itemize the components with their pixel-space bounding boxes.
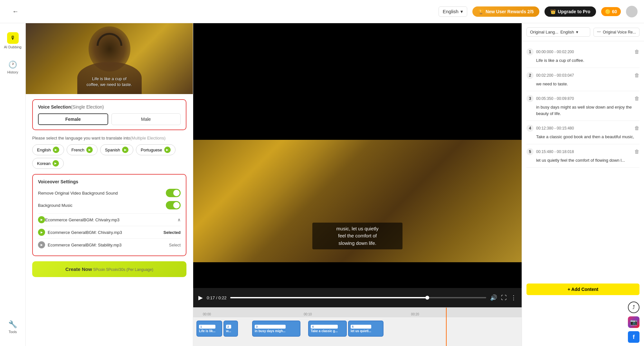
rewards-button[interactable]: 🏆 New User Rewards 2/5 — [472, 6, 539, 17]
caption-delete-5[interactable]: 🗑 — [634, 149, 639, 155]
ruler-mark-20: 00:20 — [411, 312, 419, 316]
clip-2[interactable]: 2 w... — [223, 321, 238, 337]
lang-korean-play[interactable]: ▶ — [52, 160, 59, 167]
history-icon: 🕐 — [8, 61, 17, 69]
clip-1[interactable]: 1 Life is lik... — [196, 321, 222, 337]
trophy-icon: 🏆 — [478, 9, 484, 14]
lang-spanish-play[interactable]: ▶ — [122, 147, 128, 153]
sidebar-item-tools[interactable]: 🔧 Tools — [6, 318, 20, 336]
caption-delete-2[interactable]: 🗑 — [634, 72, 639, 78]
bgm-header-name: Ecommerce GeneralBGM: Chivalry.mp3 — [45, 217, 177, 222]
sidebar-item-history[interactable]: 🕐 History — [5, 58, 21, 77]
bg-music-label: Background Music — [38, 203, 72, 208]
progress-dot — [425, 296, 429, 300]
lang-tag-korean[interactable]: Korean ▶ — [32, 158, 64, 169]
facebook-icon[interactable]: f — [628, 331, 639, 343]
avatar[interactable] — [626, 6, 638, 17]
waveform-icon: 〰 — [597, 30, 601, 34]
caption-item-3: 3 00:05:350 - 00:09:870 🗑 in busy days m… — [526, 91, 639, 121]
bg-music-row: Background Music — [38, 201, 181, 209]
time-display: 0:17 / 0:22 — [207, 295, 226, 300]
caption-time-5: 00:15:480 - 00:18:018 — [536, 149, 634, 154]
caption-delete-1[interactable]: 🗑 — [634, 49, 639, 55]
language-selector[interactable]: English ▾ — [439, 6, 467, 17]
play-button[interactable]: ▶ — [198, 294, 203, 301]
fullscreen-button[interactable]: ⛶ — [501, 294, 507, 301]
more-options-button[interactable]: ⋮ — [511, 294, 516, 301]
caption-delete-3[interactable]: 🗑 — [634, 96, 639, 101]
lang-tag-portuguese[interactable]: Portuguese ▶ — [136, 144, 175, 155]
back-button[interactable]: ← — [10, 6, 21, 17]
caption-header-5: 5 00:15:480 - 00:18:018 🗑 — [526, 148, 639, 155]
lang-tag-french[interactable]: French ▶ — [67, 144, 98, 155]
lang-tag-english[interactable]: English ▶ — [32, 144, 64, 155]
timeline-playhead[interactable] — [446, 308, 447, 346]
lang-portuguese-play[interactable]: ▶ — [164, 147, 171, 153]
bgm-chevron-icon[interactable]: ∧ — [177, 217, 181, 222]
track-clips: 1 Life is lik... 2 w... 3 in busy — [193, 317, 522, 340]
clip-4-text: Take a classic g... — [311, 329, 338, 333]
orig-lang-dropdown[interactable]: Original Lang... English ▾ — [526, 27, 590, 37]
progress-bar[interactable] — [230, 297, 486, 298]
caption-text-2: we need to taste. — [536, 81, 639, 87]
ai-dubbing-icon: 🎙 — [7, 32, 19, 44]
bgm-item-2-select[interactable]: Select — [169, 243, 181, 247]
clip-3[interactable]: 3 in busy days migh... — [252, 321, 300, 337]
share-icon[interactable]: ⤴ — [628, 302, 639, 313]
bgm-item-2: ▶ Ecommerce GeneralBGM: Stability.mp3 Se… — [38, 238, 181, 251]
main-layout: 🎙 AI Dubbing 🕐 History 🔧 Tools Life is l… — [0, 23, 644, 346]
voice-selection-title: Voice Selection(Single Election) — [38, 104, 181, 110]
caption-header-4: 4 00:12:380 - 00:15:480 🗑 — [526, 125, 639, 132]
caption-time-4: 00:12:380 - 00:15:480 — [536, 126, 634, 130]
timeline-tracks: 1 Life is lik... 2 w... 3 in busy — [193, 317, 522, 346]
voice-selection-box: Voice Selection(Single Election) Female … — [32, 99, 186, 130]
thumbnail-image: Life is like a cup of coffee, we need to… — [26, 23, 193, 94]
instagram-icon[interactable]: 📷 — [628, 316, 639, 328]
voiceover-title: Voiceover Settings — [38, 179, 181, 184]
caption-num-4: 4 — [526, 125, 534, 132]
caption-text-5: let us quietly feel the comfort of flowi… — [536, 157, 639, 164]
caption-text-1: Life is like a cup of coffee. — [536, 57, 639, 64]
captions-list: 1 00:00:000 - 00:02:200 🗑 Life is like a… — [522, 41, 644, 280]
sidebar-item-ai-dubbing[interactable]: 🎙 AI Dubbing — [1, 30, 24, 52]
bg-music-toggle[interactable] — [166, 201, 181, 209]
remove-bg-label: Remove Original Video Background Sound — [38, 191, 118, 196]
volume-button[interactable]: 🔊 — [490, 294, 497, 301]
caption-header-3: 3 00:05:350 - 00:09:870 🗑 — [526, 95, 639, 102]
lang-french-play[interactable]: ▶ — [86, 147, 93, 153]
header: ← English ▾ 🏆 New User Rewards 2/5 👑 Upg… — [0, 0, 644, 23]
video-black-top — [193, 23, 522, 140]
remove-bg-toggle[interactable] — [166, 189, 181, 197]
center-panel: music, let us quietlyfeel the comfort of… — [193, 23, 522, 346]
lang-english-label: English — [37, 148, 51, 152]
caption-item-2: 2 00:02:200 - 00:03:047 🗑 we need to tas… — [526, 68, 639, 91]
clip-4[interactable]: 4 Take a classic g... — [308, 321, 347, 337]
bgm-item-2-play[interactable]: ▶ — [38, 241, 45, 248]
create-now-button[interactable]: Create Now 5Pcoin 5Pcoin/30s (Per Langua… — [32, 261, 186, 277]
ruler-mark-10: 00:10 — [304, 312, 312, 316]
female-button[interactable]: Female — [38, 113, 108, 125]
clip-5-num: 5 — [351, 325, 371, 329]
clip-5[interactable]: 5 let us quietl... — [348, 321, 384, 337]
lang-spanish-label: Spanish — [105, 148, 120, 152]
caption-delete-4[interactable]: 🗑 — [634, 125, 639, 131]
bgm-item-1-name: Ecommerce GeneralBGM: Chivalry.mp3 — [48, 230, 161, 235]
add-content-button[interactable]: + Add Content — [526, 284, 639, 295]
header-left: ← — [6, 6, 21, 17]
lang-english-play[interactable]: ▶ — [53, 147, 59, 153]
progress-fill — [230, 297, 427, 298]
male-button[interactable]: Male — [111, 113, 181, 125]
clip-1-num: 1 — [199, 325, 215, 329]
voice-recognition-button[interactable]: 〰 Original Voice Re... — [593, 28, 639, 37]
video-controls: ▶ 0:17 / 0:22 🔊 ⛶ ⋮ — [193, 288, 522, 307]
coin-icon: 🟡 — [605, 9, 611, 14]
orig-lang-placeholder: Original Lang... — [530, 30, 558, 34]
right-header: Original Lang... English ▾ 〰 Original Vo… — [522, 23, 644, 41]
caption-item-1: 1 00:00:000 - 00:02:200 🗑 Life is like a… — [526, 44, 639, 68]
video-black-bottom — [193, 262, 522, 288]
bgm-header-play[interactable]: ▶ — [38, 216, 45, 223]
upgrade-button[interactable]: 👑 Upgrade to Pro — [545, 6, 596, 17]
lang-tag-spanish[interactable]: Spanish ▶ — [100, 144, 133, 155]
bgm-item-1-play[interactable]: ▶ — [38, 229, 45, 236]
timeline-area: 00:00 00:10 00:20 1 Life is lik... — [193, 307, 522, 346]
